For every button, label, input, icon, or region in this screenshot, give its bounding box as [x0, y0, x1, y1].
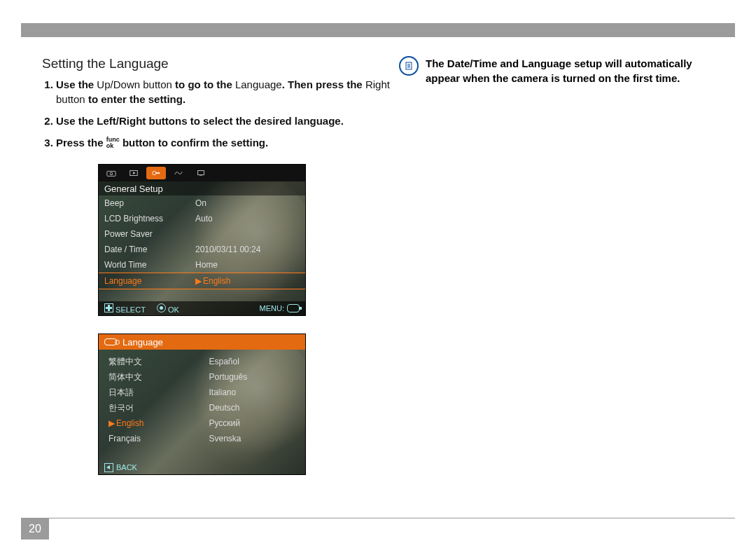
svg-point-1	[110, 172, 113, 175]
language-option: Deutsch	[209, 400, 296, 415]
section-title: Setting the Language	[42, 56, 392, 71]
select-indicator: SELECT	[104, 303, 146, 314]
language-option: Русский	[209, 415, 296, 431]
language-option: 繁體中文	[108, 354, 195, 369]
setup-key-icon	[104, 338, 117, 345]
note-block: The Date/Time and Language setup will au…	[399, 56, 721, 85]
tab-setup-icon	[146, 167, 166, 179]
svg-point-4	[153, 171, 156, 174]
setup-row: Language▶English	[99, 273, 305, 289]
tab-curve-icon	[169, 167, 188, 179]
tab-display-icon	[191, 167, 211, 179]
tab-camera-icon	[102, 167, 121, 179]
footer-rule	[21, 518, 735, 518]
setup-row: LCD BrightnessAuto	[99, 211, 305, 226]
note-icon	[399, 56, 419, 76]
header-grey-bar	[21, 23, 735, 37]
menu-indicator: MENU:	[260, 304, 300, 312]
back-icon	[104, 463, 113, 472]
setup-row: Power Saver	[99, 226, 305, 242]
language-option: ▶English	[108, 415, 195, 431]
language-option: Español	[209, 354, 296, 369]
svg-rect-5	[156, 172, 160, 174]
language-option: 简体中文	[108, 369, 195, 385]
language-option: Svenska	[209, 431, 296, 446]
camera-screenshot-language: Language 繁體中文Español简体中文Português日本語Ital…	[98, 334, 306, 475]
tab-playback-icon	[124, 167, 144, 179]
setup-row: Date / Time2010/03/11 00:24	[99, 242, 305, 257]
step-1: Use the Up/Down button to go to the Lang…	[56, 77, 392, 106]
svg-rect-0	[107, 171, 115, 176]
instruction-list: Use the Up/Down button to go to the Lang…	[56, 77, 392, 150]
svg-marker-3	[133, 172, 136, 174]
language-option: Italiano	[209, 385, 296, 400]
back-indicator: BACK	[99, 460, 143, 474]
language-option: Français	[108, 431, 195, 446]
tab-bar	[99, 165, 305, 181]
language-option: 한국어	[108, 400, 195, 415]
camera-screenshot-general-setup: General Setup BeepOnLCD BrightnessAutoPo…	[98, 164, 306, 316]
step-2: Use the Left/Right buttons to select the…	[56, 114, 392, 128]
func-ok-icon: funcok	[106, 137, 120, 149]
setup-row: BeepOn	[99, 195, 305, 211]
svg-rect-7	[200, 175, 202, 176]
language-titlebar: Language	[99, 334, 305, 350]
page-number: 20	[21, 518, 49, 539]
lcd-title: General Setup	[99, 181, 305, 195]
language-option: 日本語	[108, 385, 195, 400]
ok-indicator: OK	[157, 303, 179, 314]
lcd-footer: SELECT OK MENU:	[99, 301, 305, 315]
language-option: Português	[209, 369, 296, 385]
step-3: Press the funcok button to confirm the s…	[56, 135, 392, 150]
svg-rect-6	[198, 171, 204, 175]
setup-row: World TimeHome	[99, 257, 305, 273]
note-text: The Date/Time and Language setup will au…	[426, 56, 721, 85]
